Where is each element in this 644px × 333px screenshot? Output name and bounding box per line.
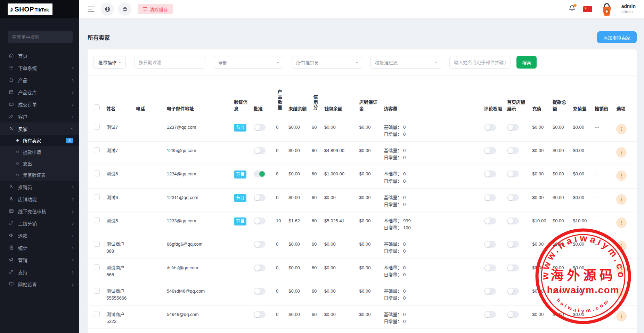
- homepage-display-toggle[interactable]: [507, 147, 519, 154]
- product-count: 0: [274, 142, 286, 165]
- row-checkbox[interactable]: [94, 171, 100, 176]
- row-options-button[interactable]: ⋮: [616, 264, 627, 275]
- row-options-button[interactable]: ⋮: [616, 311, 627, 322]
- sidebar-item-product-warehouse[interactable]: 产品仓库›: [0, 86, 79, 98]
- unsettled-balance: $0.00: [286, 282, 310, 305]
- language-globe-button[interactable]: [101, 2, 114, 16]
- row-options-button[interactable]: ⋮: [616, 241, 627, 251]
- approve-toggle[interactable]: [254, 124, 266, 131]
- logo-area[interactable]: ♪ SHOP TikTok: [0, 0, 79, 18]
- seller-email: 546sdf46@qq.com: [165, 282, 232, 305]
- sidebar-item-expenses[interactable]: 支出: [0, 158, 79, 169]
- homepage-display-toggle[interactable]: [507, 124, 519, 131]
- comment-permission-toggle[interactable]: [484, 264, 496, 271]
- sidebar-item-products[interactable]: 产品›: [0, 74, 79, 86]
- seller-name: 测试商户888: [104, 235, 134, 259]
- sidebar-item-store-features[interactable]: 店铺功能›: [0, 193, 79, 205]
- sidebar-item-home[interactable]: 首页: [0, 49, 79, 62]
- visitors: 基础量： 0日增量： 0: [382, 259, 482, 282]
- homepage-display-toggle[interactable]: [507, 171, 519, 177]
- sidebar-item-completed-orders[interactable]: 成交订单›: [0, 98, 79, 110]
- row-options-button[interactable]: ⋮: [616, 147, 627, 158]
- recharge-diff: $0.00: [571, 165, 592, 188]
- select-all-checkbox[interactable]: [94, 104, 100, 110]
- approve-toggle[interactable]: [254, 311, 266, 318]
- sidebar-item-three-level-distribution[interactable]: 三级分销›: [0, 217, 79, 229]
- approve-toggle[interactable]: [254, 171, 266, 177]
- row-options-button[interactable]: ⋮: [616, 124, 627, 134]
- sidebar-item-marketing[interactable]: 营销›: [0, 254, 79, 266]
- approve-toggle[interactable]: [254, 241, 266, 248]
- sidebar-item-seller-verification[interactable]: 卖家验证表: [0, 169, 79, 181]
- row-checkbox[interactable]: [94, 311, 100, 317]
- row-options-button[interactable]: ⋮: [616, 217, 627, 228]
- search-button[interactable]: 搜索: [516, 56, 537, 69]
- clear-cache-button[interactable]: 清除缓存: [138, 4, 173, 14]
- row-checkbox[interactable]: [94, 241, 100, 247]
- homepage-display-toggle[interactable]: [507, 264, 519, 271]
- menu-fold-icon[interactable]: [88, 7, 95, 11]
- sidebar-item-salesmen[interactable]: 推销员›: [0, 181, 79, 193]
- approval-filter-select[interactable]: 按批准过滤 ›: [370, 56, 441, 69]
- verification-badge: 节目: [234, 194, 246, 202]
- homepage-display-toggle[interactable]: [507, 311, 519, 318]
- notifications-button[interactable]: [569, 5, 576, 14]
- sidebar-item-refunds[interactable]: 退款›: [0, 229, 79, 241]
- link-icon: [8, 221, 14, 226]
- row-checkbox[interactable]: [94, 288, 100, 294]
- row-checkbox[interactable]: [94, 217, 100, 223]
- date-filter-input[interactable]: [134, 56, 205, 69]
- comment-permission-toggle[interactable]: [484, 311, 496, 318]
- bullet-icon: [16, 174, 19, 176]
- print-button[interactable]: [118, 2, 131, 16]
- sidebar-item-all-sellers[interactable]: 所有卖家3: [0, 135, 79, 146]
- row-options-button[interactable]: ⋮: [616, 171, 627, 181]
- withdraw-total: $0.00: [551, 165, 571, 188]
- sidebar-item-statistics[interactable]: 统计›: [0, 241, 79, 254]
- name-email-search-input[interactable]: [449, 56, 511, 69]
- row-checkbox[interactable]: [94, 194, 100, 200]
- salesman-filter-select[interactable]: 所有推销员 ›: [292, 56, 362, 69]
- status-filter-select[interactable]: 全部 ›: [214, 56, 283, 69]
- sidebar-item-website-settings[interactable]: 网站设置›: [0, 278, 79, 290]
- comment-permission-toggle[interactable]: [484, 241, 496, 248]
- chevron-right-icon: ›: [72, 184, 74, 189]
- approve-toggle[interactable]: [254, 217, 266, 224]
- comment-permission-toggle[interactable]: [484, 147, 496, 154]
- comment-permission-toggle[interactable]: [484, 194, 496, 201]
- row-options-button[interactable]: ⋮: [616, 194, 627, 205]
- row-checkbox[interactable]: [94, 147, 100, 153]
- approve-toggle[interactable]: [254, 194, 266, 201]
- approve-toggle[interactable]: [254, 288, 266, 295]
- visitors: 基础量： 0日增量： 0: [382, 235, 482, 259]
- comment-permission-toggle[interactable]: [484, 124, 496, 131]
- sidebar-item-sellers[interactable]: 卖家›: [0, 122, 79, 135]
- comment-permission-toggle[interactable]: [484, 288, 496, 295]
- sidebar-item-support[interactable]: 支持›: [0, 266, 79, 278]
- sidebar-item-withdrawal-requests[interactable]: 提款申请: [0, 146, 79, 158]
- approve-toggle[interactable]: [254, 147, 266, 154]
- homepage-display-toggle[interactable]: [507, 217, 519, 224]
- user-icon: [8, 126, 14, 132]
- unsettled-balance: $0.00: [286, 142, 310, 165]
- sidebar-item-label: 支持: [18, 269, 72, 276]
- add-virtual-seller-button[interactable]: 添加虚拟卖家: [597, 31, 637, 43]
- homepage-display-toggle[interactable]: [507, 241, 519, 248]
- sidebar-menu-search-input[interactable]: [8, 31, 73, 43]
- row-checkbox[interactable]: [94, 124, 100, 130]
- comment-permission-toggle[interactable]: [484, 171, 496, 177]
- bulk-actions-dropdown[interactable]: 批量操作 ›: [93, 56, 126, 69]
- sidebar-item-order-system[interactable]: 下单系统›: [0, 62, 79, 74]
- row-options-button[interactable]: ⋮: [616, 288, 627, 298]
- sidebar-item-offline-recharge-audit[interactable]: 线下充值审核›: [0, 205, 79, 217]
- comment-permission-toggle[interactable]: [484, 217, 496, 224]
- avatar[interactable]: [600, 2, 614, 16]
- row-checkbox[interactable]: [94, 264, 100, 270]
- approve-toggle[interactable]: [254, 264, 266, 271]
- sidebar-item-customers[interactable]: 客户›: [0, 110, 79, 122]
- homepage-display-toggle[interactable]: [507, 288, 519, 295]
- china-flag-icon[interactable]: ★: [583, 6, 592, 12]
- sidebar-item-label: 卖家: [18, 125, 72, 132]
- column-header-recharge: 充值: [530, 76, 551, 118]
- homepage-display-toggle[interactable]: [507, 194, 519, 201]
